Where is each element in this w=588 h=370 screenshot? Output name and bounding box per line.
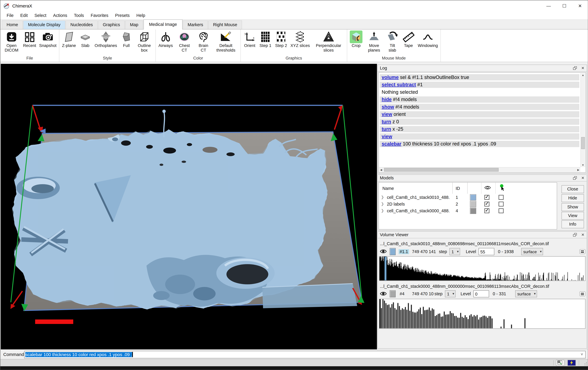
crop-button[interactable]: Crop (349, 30, 364, 48)
tab-molecule-display[interactable]: Molecule Display (23, 21, 65, 29)
log-command-link[interactable]: show (382, 104, 394, 110)
log-command-link[interactable]: hide (382, 97, 392, 102)
model-row[interactable]: ❯ 2D labels 2 (379, 201, 557, 208)
tab-medical-image[interactable]: Medical Image (144, 20, 182, 30)
minimize-button[interactable]: — (541, 0, 556, 11)
float-panel-icon[interactable] (573, 66, 577, 70)
menu-tools[interactable]: Tools (71, 13, 87, 18)
models-panel-titlebar[interactable]: Models ✕ (378, 175, 587, 181)
model-color-swatch[interactable] (470, 208, 476, 214)
models-close-button[interactable]: Close (562, 185, 584, 193)
float-panel-icon[interactable] (573, 233, 577, 236)
airways-button[interactable]: Airways (157, 30, 174, 48)
log-command-link[interactable]: scalebar (382, 141, 401, 147)
graphics-viewport[interactable] (1, 64, 377, 349)
model-shown-checkbox[interactable] (484, 202, 489, 207)
orthoplanes-button[interactable]: Orthoplanes (94, 30, 118, 48)
close-button[interactable]: ✕ (572, 0, 588, 11)
maximize-button[interactable]: ☐ (556, 0, 572, 11)
outline-box-button[interactable]: Outline box (135, 30, 154, 53)
snapshot-button[interactable]: Snapshot (38, 30, 58, 48)
z-plane-button[interactable]: Z-plane (61, 30, 77, 48)
menu-edit[interactable]: Edit (17, 13, 31, 18)
move-planes-button[interactable]: Move planes (364, 30, 384, 53)
models-hide-button[interactable]: Hide (562, 194, 584, 202)
menu-file[interactable]: File (3, 13, 17, 18)
expand-chevron-icon[interactable]: ❯ (381, 202, 384, 206)
log-command-link[interactable]: select subtract (382, 82, 416, 87)
level-input[interactable]: 55 (479, 248, 494, 255)
scrollbar-thumb[interactable] (384, 168, 499, 172)
float-panel-icon[interactable] (573, 176, 577, 180)
model-row[interactable]: ❯ cell_CamB_ch1_stack0010_488... 1 (379, 194, 557, 201)
style-select[interactable]: surface (521, 248, 543, 255)
scroll-down-icon[interactable]: ▼ (581, 163, 585, 167)
model-row[interactable]: ❯ cell_CamB_ch1_stack0000_488... 4 (379, 208, 557, 214)
fast-rendering-button[interactable] (567, 360, 576, 366)
level-input[interactable]: 0 (473, 290, 489, 297)
log-command-link[interactable]: volume (382, 74, 399, 80)
volume-id-badge[interactable]: #1.1 (399, 249, 409, 254)
log-command-link[interactable]: view (382, 112, 392, 117)
chest-ct-button[interactable]: Chest CT (175, 30, 194, 53)
volume-color-swatch[interactable] (390, 290, 396, 297)
model-color-swatch[interactable] (470, 201, 476, 207)
expand-chevron-icon[interactable]: ❯ (381, 208, 384, 213)
histogram-volume-1[interactable] (379, 256, 586, 281)
tab-home[interactable]: Home (2, 21, 23, 29)
expand-chevron-icon[interactable]: ❯ (381, 195, 384, 199)
log-horizontal-scrollbar[interactable]: ◀ ▶ (379, 167, 580, 172)
rectangle-select-mode-button[interactable] (556, 360, 564, 366)
step-select[interactable]: 1 (450, 248, 460, 255)
perpendicular-slices-button[interactable]: Perpendicular slices (312, 30, 346, 53)
tape-button[interactable]: Tape (401, 30, 416, 48)
volume-id-badge[interactable]: #4 (399, 291, 406, 296)
menu-actions[interactable]: Actions (50, 13, 71, 18)
model-shown-checkbox[interactable] (484, 195, 489, 200)
model-color-swatch[interactable] (470, 194, 476, 201)
volume-viewer-titlebar[interactable]: Volume Viewer ✕ (378, 232, 587, 238)
close-panel-icon[interactable]: ✕ (581, 176, 584, 180)
menu-select[interactable]: Select (31, 13, 50, 18)
scrollbar-thumb[interactable] (581, 137, 585, 149)
model-select-checkbox[interactable] (499, 195, 504, 200)
slab-button[interactable]: Slab (78, 30, 93, 48)
model-shown-checkbox[interactable] (484, 208, 489, 213)
models-show-button[interactable]: Show (562, 203, 584, 211)
step-select[interactable]: 1 (445, 290, 456, 297)
step-1-button[interactable]: Step 1 (258, 30, 273, 48)
resize-grip[interactable] (584, 362, 587, 366)
tilt-slab-button[interactable]: Tilt slab (385, 30, 400, 53)
log-command-link[interactable]: view (382, 134, 392, 139)
recent-button[interactable]: Recent (22, 30, 37, 48)
tab-markers[interactable]: Markers (183, 21, 208, 29)
histogram-volume-2[interactable] (379, 299, 586, 329)
tab-nucleotides[interactable]: Nucleotides (66, 21, 98, 29)
xyz-slices-button[interactable]: XYZ slices (289, 30, 311, 48)
tab-right-mouse[interactable]: Right Mouse (208, 21, 242, 29)
scroll-left-icon[interactable]: ◀ (379, 168, 383, 172)
menu-favorites[interactable]: Favorites (87, 13, 112, 18)
command-input[interactable]: scalebar 100 thickness 10 color red xpos… (24, 351, 586, 358)
volume-row-menu-button[interactable] (579, 249, 586, 254)
volume-color-swatch[interactable] (390, 248, 396, 255)
windowing-button[interactable]: Windowing (417, 30, 439, 48)
style-select[interactable]: surface (515, 290, 537, 297)
tab-graphics[interactable]: Graphics (98, 21, 125, 29)
volume-shown-eye-icon[interactable] (380, 249, 387, 254)
model-select-checkbox[interactable] (499, 202, 504, 207)
log-vertical-scrollbar[interactable]: ▲ ▼ (580, 73, 585, 167)
tab-map[interactable]: Map (125, 21, 143, 29)
menu-presets[interactable]: Presets (112, 13, 133, 18)
log-command-link[interactable]: turn (382, 119, 391, 124)
models-view-button[interactable]: View (562, 212, 584, 220)
default-thresholds-button[interactable]: Default thresholds (213, 30, 239, 53)
menu-help[interactable]: Help (133, 13, 148, 18)
log-panel-titlebar[interactable]: Log ✕ (378, 65, 587, 72)
step-2-button[interactable]: Step 2 (274, 30, 289, 48)
log-command-link[interactable]: turn (382, 126, 391, 132)
open-dicom-button[interactable]: Open DICOM (2, 30, 21, 53)
model-select-checkbox[interactable] (499, 208, 504, 213)
close-panel-icon[interactable]: ✕ (581, 233, 584, 237)
scroll-right-icon[interactable]: ▶ (576, 168, 580, 172)
